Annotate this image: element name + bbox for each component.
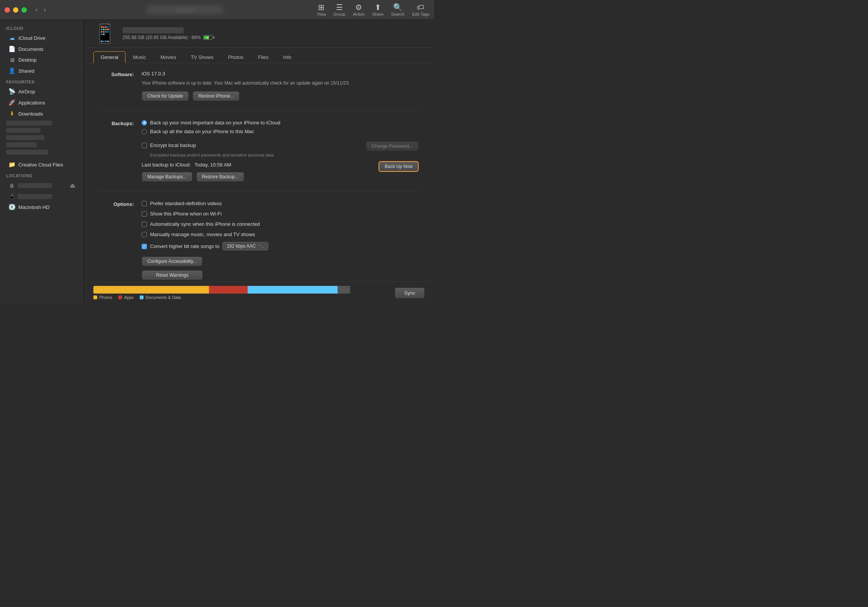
computer-icon: 🖥 [8, 183, 15, 189]
toolbar-edit-tags[interactable]: 🏷 Edit Tags [412, 3, 429, 16]
sidebar-item-macintosh-hd[interactable]: 💽 Macintosh HD [2, 202, 82, 212]
toolbar-group[interactable]: ☰ Group [334, 3, 346, 16]
storage-bar-container: Photos Apps Documents & Data [93, 286, 388, 300]
toolbar-action[interactable]: ⚙ Action [353, 3, 365, 16]
shared-icon: 👤 [8, 67, 15, 74]
backup-mac-option[interactable]: Back up all the data on your iPhone to t… [142, 129, 419, 134]
sidebar-item-computer[interactable]: 🖥 ⏏ [2, 180, 82, 191]
sidebar-item-applications[interactable]: 🚀 Applications [2, 97, 82, 108]
software-desc: Your iPhone software is up to date. Your… [142, 80, 419, 86]
option-manual-manage[interactable]: Manually manage music, movies and TV sho… [142, 232, 419, 237]
backup-now-button[interactable]: Back Up Now [379, 161, 419, 172]
sync-button[interactable]: Sync [395, 287, 425, 299]
tabs-bar: General Music Movies TV Shows Photos Fil… [84, 48, 434, 63]
configure-accessibility-button[interactable]: Configure Accessibility... [142, 256, 202, 266]
eject-icon[interactable]: ⏏ [70, 182, 75, 189]
sidebar-item-iphone[interactable]: 📱 [2, 191, 82, 201]
share-label: Share [372, 12, 383, 16]
tab-photos[interactable]: Photos [221, 51, 251, 63]
documents-label: Documents [18, 46, 44, 52]
convert-songs-checkbox[interactable]: ✓ [142, 244, 147, 249]
option-convert-songs-row: ✓ Convert higher bit rate songs to 192 k… [142, 242, 419, 250]
sd-video-label: Prefer standard-definition videos [150, 201, 222, 206]
encrypt-checkbox[interactable] [142, 143, 147, 148]
forward-button[interactable]: › [41, 5, 48, 15]
search-icon: 🔍 [393, 3, 403, 11]
sidebar-item-downloads[interactable]: ⬇ Downloads [2, 108, 82, 119]
tab-movies[interactable]: Movies [153, 51, 183, 63]
macintosh-hd-label: Macintosh HD [18, 204, 50, 210]
iphone-sidebar-icon: 📱 [8, 193, 15, 199]
backup-icloud-option[interactable]: Back up your most important data on your… [142, 120, 419, 126]
sd-video-checkbox[interactable] [142, 201, 147, 206]
storage-footer: Photos Apps Documents & Data Sync [93, 286, 425, 300]
reset-warnings-button[interactable]: Reset Warnings [142, 270, 203, 280]
favourites-section-header: Favourites [0, 77, 84, 86]
backup-mac-radio[interactable] [142, 129, 147, 134]
tab-general[interactable]: General [93, 51, 126, 63]
backup-icloud-radio[interactable] [142, 120, 147, 126]
fullscreen-button[interactable] [21, 7, 27, 13]
reset-warnings-row: Reset Warnings [142, 270, 419, 280]
tab-info[interactable]: Info [276, 51, 299, 63]
minimize-button[interactable] [13, 7, 18, 13]
tab-tv-shows[interactable]: TV Shows [183, 51, 220, 63]
sidebar-blurred-item-4 [6, 142, 37, 147]
sidebar-item-icloud-drive[interactable]: ☁ iCloud Drive [2, 33, 82, 43]
creative-cloud-label: Creative Cloud Files [18, 162, 63, 168]
device-storage: 255.88 GB (20.85 GB Available) · 66% ⚡ [122, 35, 214, 40]
icloud-section-header: iCloud [0, 23, 84, 32]
auto-sync-label: Automatically sync when this iPhone is c… [150, 221, 260, 227]
storage-seg-docs [248, 286, 338, 294]
encrypt-checkbox-option[interactable]: Encrypt local backup [142, 142, 196, 148]
option-sd-video[interactable]: Prefer standard-definition videos [142, 201, 419, 206]
tab-music[interactable]: Music [126, 51, 153, 63]
sidebar-blurred-item-3 [6, 135, 44, 140]
downloads-icon: ⬇ [8, 110, 15, 117]
show-wifi-checkbox[interactable] [142, 211, 147, 217]
group-icon: ☰ [336, 3, 343, 11]
option-show-wifi[interactable]: Show this iPhone when on Wi-Fi [142, 211, 419, 217]
sidebar-item-airdrop[interactable]: 📡 AirDrop [2, 86, 82, 97]
checkmark-icon: ✓ [143, 244, 146, 248]
manage-backups-button[interactable]: Manage Backups... [142, 172, 193, 182]
option-auto-sync[interactable]: Automatically sync when this iPhone is c… [142, 221, 419, 227]
toolbar-share[interactable]: ⬆ Share [372, 3, 383, 16]
desktop-label: Desktop [18, 57, 37, 63]
change-password-button[interactable]: Change Password... [366, 141, 419, 151]
creative-cloud-icon: 📁 [8, 161, 15, 168]
storage-labels: Photos Apps Documents & Data [93, 295, 388, 300]
sidebar-item-documents[interactable]: 📄 Documents [2, 44, 82, 54]
back-button[interactable]: ‹ [33, 5, 40, 15]
sidebar-item-shared[interactable]: 👤 Shared [2, 65, 82, 76]
edit-tags-icon: 🏷 [417, 3, 424, 11]
action-label: Action [353, 12, 365, 16]
convert-songs-label: Convert higher bit rate songs to [150, 243, 219, 249]
encrypt-desc: Encrypted backups protect passwords and … [142, 153, 419, 157]
auto-sync-checkbox[interactable] [142, 222, 147, 227]
storage-seg-photos [93, 286, 209, 294]
manual-manage-checkbox[interactable] [142, 232, 147, 237]
convert-rate-select[interactable]: 192 kbps AAC ⌃⌄ [222, 242, 268, 250]
config-btn-row: Configure Accessibility... [142, 256, 419, 266]
toolbar-view[interactable]: ⊞ View [317, 3, 326, 16]
option-convert-songs[interactable]: ✓ Convert higher bit rate songs to [142, 243, 219, 249]
sidebar-blurred-item-5 [6, 150, 48, 155]
check-update-button[interactable]: Check for Update [142, 91, 189, 101]
restore-backup-button[interactable]: Restore Backup... [196, 172, 244, 182]
software-buttons: Check for Update Restore iPhone... [142, 91, 419, 101]
path-bar: — — — [53, 5, 317, 14]
sidebar-item-desktop[interactable]: 🖥 Desktop [2, 55, 82, 65]
close-button[interactable] [5, 7, 10, 13]
encrypt-row: Encrypt local backup Change Password... [142, 141, 419, 151]
restore-iphone-button[interactable]: Restore iPhone... [193, 91, 240, 101]
last-backup-label: Last backup to iCloud: [142, 162, 191, 168]
toolbar-search[interactable]: 🔍 Search [391, 3, 405, 16]
downloads-label: Downloads [18, 111, 43, 117]
content-scroll[interactable]: Software: iOS 17.0.3 Your iPhone softwar… [84, 63, 434, 282]
backup-icloud-label: Back up your most important data on your… [150, 120, 280, 126]
battery-body: ⚡ [203, 35, 212, 40]
sidebar-item-creative-cloud[interactable]: 📁 Creative Cloud Files [2, 159, 82, 170]
docs-color-dot [140, 295, 144, 299]
tab-files[interactable]: Files [251, 51, 276, 63]
